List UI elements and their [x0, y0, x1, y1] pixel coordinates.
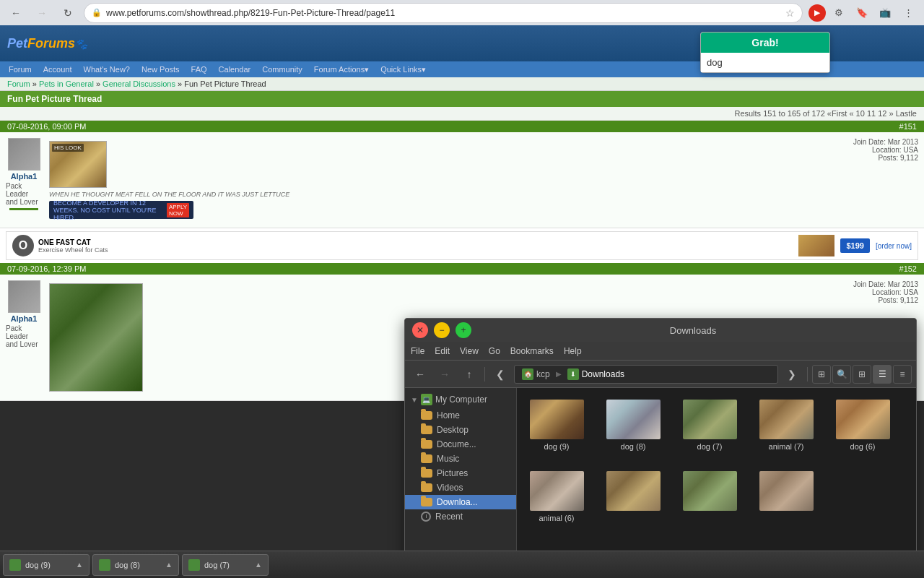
- post-avatar-2: [8, 280, 40, 313]
- nav-quick-links[interactable]: Quick Links▾: [376, 64, 430, 76]
- fm-menu-go[interactable]: Go: [489, 346, 500, 356]
- fm-item-5[interactable]: animal (6): [524, 467, 589, 527]
- fm-downloads-label: Downloa...: [437, 497, 478, 507]
- fm-item-label-2: dog (7): [697, 442, 723, 451]
- fm-nav-right-btn[interactable]: ❯: [781, 364, 803, 384]
- nav-new-posts[interactable]: New Posts: [137, 64, 184, 75]
- fm-close-button[interactable]: ✕: [412, 322, 428, 338]
- pagination-text: Results 151 to 165 of 172 «First « 10 11…: [734, 109, 917, 118]
- fm-menu-help[interactable]: Help: [564, 346, 582, 356]
- fm-back-btn[interactable]: ←: [409, 364, 431, 384]
- fm-menu-file[interactable]: File: [411, 346, 424, 356]
- youtube-icon[interactable]: ▶: [808, 4, 826, 22]
- fm-bc-kcp[interactable]: 🏠 kcp: [519, 367, 553, 381]
- fm-home-label: Home: [437, 410, 460, 420]
- fm-detail-view-btn[interactable]: ≡: [893, 365, 912, 384]
- ad-apply-btn[interactable]: APPLY NOW: [167, 203, 189, 217]
- fm-sidebar-videos[interactable]: Videos: [405, 480, 516, 495]
- post-username-2[interactable]: Alpha1: [11, 314, 38, 323]
- fm-item-6[interactable]: [601, 467, 666, 527]
- nav-forum[interactable]: Forum: [4, 64, 36, 75]
- fm-sidebar-downloads[interactable]: Downloa...: [405, 495, 516, 509]
- fm-up-btn[interactable]: ↑: [458, 364, 480, 384]
- fm-item-2[interactable]: dog (7): [677, 395, 742, 455]
- fm-thumb-3: [759, 400, 814, 439]
- taskbar-close-0[interactable]: ▲: [76, 561, 83, 569]
- fm-thumb-7: [683, 471, 737, 511]
- fm-desktop-label: Desktop: [437, 425, 468, 435]
- fm-menu-edit[interactable]: Edit: [435, 346, 450, 356]
- fm-documents-folder-icon: [421, 440, 432, 449]
- grab-button[interactable]: Grab!: [701, 33, 829, 53]
- fm-list-view-btn[interactable]: ☰: [873, 365, 892, 384]
- fm-forward-btn[interactable]: →: [434, 364, 456, 384]
- forward-button[interactable]: →: [32, 3, 52, 23]
- nav-forum-actions[interactable]: Forum Actions▾: [310, 64, 373, 76]
- back-button[interactable]: ←: [6, 3, 26, 23]
- fm-downloads-folder-icon: [421, 498, 432, 506]
- fm-sidebar-pictures[interactable]: Pictures: [405, 466, 516, 480]
- fm-sidebar-my-computer-header[interactable]: ▼ 💻 My Computer: [405, 391, 516, 408]
- post-num-2: #152: [899, 264, 917, 273]
- breadcrumb-general[interactable]: General Discussions: [103, 79, 175, 88]
- ad2-cta[interactable]: [order now]: [876, 242, 912, 250]
- fm-grid-view-btn[interactable]: ⊞: [853, 365, 871, 384]
- taskbar-close-1[interactable]: ▲: [165, 561, 173, 569]
- fm-item-label-0: dog (9): [544, 442, 570, 451]
- ad-banner-2: O ONE FAST CAT Exercise Wheel for Cats $…: [6, 231, 918, 260]
- extensions-icon[interactable]: ⚙: [829, 3, 849, 23]
- address-bar-input[interactable]: [106, 8, 781, 18]
- ad2-price: $199: [840, 238, 869, 253]
- grab-input[interactable]: [701, 53, 829, 72]
- breadcrumb-pets[interactable]: Pets in General: [39, 79, 94, 88]
- ad-text-1: BECOME A DEVELOPER IN 12 WEEKS. NO COST …: [53, 199, 162, 221]
- fm-sidebar-desktop[interactable]: Desktop: [405, 423, 516, 437]
- fm-item-8[interactable]: [754, 467, 819, 527]
- fm-sidebar-home[interactable]: Home: [405, 408, 516, 423]
- bookmark-icon[interactable]: 🔖: [852, 3, 872, 23]
- fm-menu-bookmarks[interactable]: Bookmarks: [510, 346, 554, 356]
- fm-sidebar-my-computer-section: ▼ 💻 My Computer Home Desktop Docume...: [405, 391, 516, 524]
- fm-item-3[interactable]: animal (7): [754, 395, 819, 455]
- reload-button[interactable]: ↻: [58, 3, 78, 23]
- thread-title: Fun Pet Picture Thread: [0, 91, 924, 107]
- fm-maximize-button[interactable]: +: [456, 322, 471, 338]
- fm-nav-left-btn[interactable]: ❮: [489, 364, 511, 384]
- fm-bc-downloads[interactable]: ⬇ Downloads: [565, 367, 627, 381]
- fm-thumb-0: [530, 400, 584, 439]
- post-username-1[interactable]: Alpha1: [11, 172, 38, 181]
- fm-sidebar-documents[interactable]: Docume...: [405, 437, 516, 452]
- cast-icon[interactable]: 📺: [875, 3, 895, 23]
- grab-popup: Grab!: [700, 32, 830, 73]
- fm-minimize-button[interactable]: −: [434, 322, 450, 338]
- fm-titlebar: ✕ − + Downloads: [405, 319, 916, 342]
- fm-thumb-4: [836, 400, 890, 439]
- fm-item-0[interactable]: dog (9): [524, 395, 589, 455]
- browser-titlebar: ← → ↻ 🔒 ☆ ▶ ⚙ 🔖 📺 ⋮: [0, 0, 924, 25]
- taskbar-item-1[interactable]: dog (8) ▲: [92, 554, 179, 576]
- taskbar-close-2[interactable]: ▲: [255, 561, 262, 569]
- fm-sidebar-music[interactable]: Music: [405, 452, 516, 466]
- fm-item-1[interactable]: dog (8): [601, 395, 666, 455]
- fm-search-btn[interactable]: 🔍: [832, 365, 851, 384]
- nav-whats-new[interactable]: What's New?: [79, 64, 134, 75]
- fm-pictures-folder-icon: [421, 469, 432, 478]
- fm-sidebar-recent[interactable]: Recent: [405, 509, 516, 524]
- taskbar-item-0[interactable]: dog (9) ▲: [3, 554, 90, 576]
- nav-calendar[interactable]: Calendar: [214, 64, 256, 75]
- breadcrumb-forum[interactable]: Forum: [7, 79, 30, 88]
- menu-icon[interactable]: ⋮: [898, 3, 918, 23]
- star-icon[interactable]: ☆: [785, 7, 795, 19]
- fm-item-label-4: dog (6): [850, 442, 876, 451]
- fm-title: Downloads: [477, 325, 909, 336]
- taskbar-item-2[interactable]: dog (7) ▲: [182, 554, 269, 576]
- fm-menu-view[interactable]: View: [460, 346, 479, 356]
- fm-item-7[interactable]: [677, 467, 742, 527]
- fm-view-buttons: ⊞ 🔍 ⊞ ☰ ≡: [812, 365, 912, 384]
- fm-home-folder-icon: [421, 411, 432, 420]
- fm-view-toggle-btn[interactable]: ⊞: [812, 365, 831, 384]
- nav-faq[interactable]: FAQ: [187, 64, 212, 75]
- nav-community[interactable]: Community: [258, 64, 307, 75]
- fm-item-4[interactable]: dog (6): [830, 395, 895, 455]
- nav-account[interactable]: Account: [39, 64, 77, 75]
